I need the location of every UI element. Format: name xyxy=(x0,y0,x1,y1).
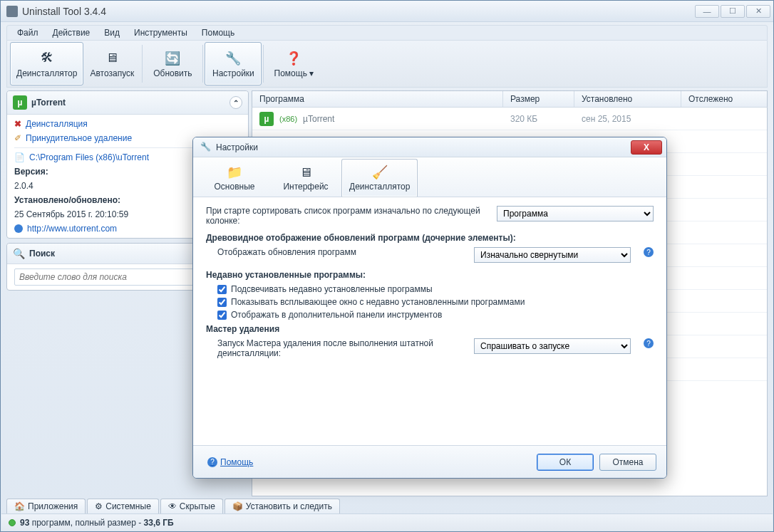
toolbar-autorun-label: Автозапуск xyxy=(90,68,134,78)
dialog-tabs: Основные Интерфейс Деинсталлятор xyxy=(193,157,666,197)
action-uninstall[interactable]: ✖ Деинсталляция xyxy=(14,119,241,129)
program-name: µTorrent xyxy=(303,114,334,124)
menu-help[interactable]: Помощь xyxy=(197,26,239,39)
program-installed: сен 25, 2015 xyxy=(574,114,681,124)
dialog-body: При старте сортировать список программ и… xyxy=(193,197,666,445)
tab-uninstaller[interactable]: Деинсталлятор xyxy=(341,159,418,197)
dialog-title: Настройки xyxy=(216,142,631,152)
menu-action[interactable]: Действие xyxy=(48,26,95,39)
wizard-select[interactable]: Спрашивать о запуске xyxy=(474,338,631,354)
menu-view[interactable]: Вид xyxy=(100,26,124,39)
toolbar-help[interactable]: Помощь ▾ xyxy=(265,42,322,85)
toolbar-settings-label: Настройки xyxy=(212,68,254,78)
cancel-button[interactable]: Отмена xyxy=(599,454,656,471)
close-button[interactable]: ✕ xyxy=(746,5,770,18)
toolbar-settings[interactable]: Настройки xyxy=(205,42,262,85)
program-size: 320 КБ xyxy=(503,114,574,124)
chk-extra-panel[interactable]: Отображать в дополнительной панели инстр… xyxy=(217,310,654,320)
selected-app-name: µTorrent xyxy=(31,98,66,108)
tree-section-title: Древовидное отображение обновлений прогр… xyxy=(206,233,654,243)
toolbar-separator xyxy=(263,45,264,83)
dialog-icon: 🔧 xyxy=(200,142,212,153)
chk-highlight[interactable]: Подсвечивать недавно установленные прогр… xyxy=(217,284,654,294)
help-icon xyxy=(284,50,304,67)
tree-select[interactable]: Изначально свернутыми xyxy=(474,247,631,263)
maximize-button[interactable]: ☐ xyxy=(721,5,745,18)
uninstaller-tab-icon xyxy=(372,165,388,180)
apps-icon: 🏠 xyxy=(14,501,25,511)
sort-select[interactable]: Программа xyxy=(497,206,654,221)
tab-general[interactable]: Основные xyxy=(199,159,270,197)
tab-general-label: Основные xyxy=(215,182,255,192)
install-path-label: C:\Program Files (x86)\uTorrent xyxy=(29,152,149,162)
toolbar-uninstaller-label: Деинсталлятор xyxy=(16,68,77,78)
interface-icon xyxy=(299,165,312,180)
installed-label: Установлено/обновлено: xyxy=(14,195,120,205)
general-icon xyxy=(227,165,242,180)
help-icon[interactable]: ? xyxy=(644,247,654,257)
version-label: Версия: xyxy=(14,167,48,177)
tab-interface-label: Интерфейс xyxy=(283,182,328,192)
help-link[interactable]: ? Помощь xyxy=(203,457,253,467)
status-led-icon xyxy=(9,519,16,526)
menu-file[interactable]: Файл xyxy=(13,26,43,39)
toolbar-refresh[interactable]: Обновить xyxy=(144,42,201,85)
minimize-button[interactable]: — xyxy=(695,5,719,18)
utorrent-icon: µ xyxy=(259,112,274,126)
chk-popup-box[interactable] xyxy=(217,298,227,307)
autorun-icon xyxy=(102,50,122,67)
recent-section-title: Недавно установленные программы: xyxy=(206,270,654,280)
uninstaller-icon xyxy=(37,50,57,67)
menu-tools[interactable]: Инструменты xyxy=(130,26,192,39)
toolbar-help-label: Помощь ▾ xyxy=(274,68,314,78)
toolbar-autorun[interactable]: Автозапуск xyxy=(83,42,140,85)
help-link-label: Помощь xyxy=(220,457,253,467)
tab-system[interactable]: ⚙Системные xyxy=(87,499,159,513)
tab-apps[interactable]: 🏠Приложения xyxy=(6,499,86,513)
status-text: 93 программ, полный размер - 33,6 ГБ xyxy=(20,518,174,528)
sort-label: При старте сортировать список программ и… xyxy=(206,206,488,226)
search-icon: 🔍 xyxy=(13,248,25,259)
tab-interface[interactable]: Интерфейс xyxy=(270,159,341,197)
wizard-label: Запуск Мастера удаления после выполнения… xyxy=(217,338,465,358)
statusbar: 93 программ, полный размер - 33,6 ГБ xyxy=(1,513,773,531)
wizard-section-title: Мастер удаления xyxy=(206,324,654,334)
action-force-label: Принудительное удаление xyxy=(26,133,132,143)
help-icon[interactable]: ? xyxy=(644,338,654,348)
collapse-button[interactable]: ⌃ xyxy=(229,96,242,109)
tab-install-trace[interactable]: 📦Установить и следить xyxy=(225,499,340,513)
globe-icon xyxy=(14,224,23,233)
col-program[interactable]: Программа xyxy=(252,91,503,107)
col-tracked[interactable]: Отслежено xyxy=(681,91,767,107)
chk-highlight-box[interactable] xyxy=(217,285,227,294)
toolbar-uninstaller[interactable]: Деинсталлятор xyxy=(10,42,83,85)
col-size[interactable]: Размер xyxy=(503,91,574,107)
tree-label: Отображать обновления программ xyxy=(217,247,465,257)
folder-icon: 📄 xyxy=(14,152,25,162)
app-icon xyxy=(6,6,18,17)
chk-extra-panel-label: Отображать в дополнительной панели инстр… xyxy=(231,310,442,320)
dialog-close-button[interactable]: X xyxy=(631,140,662,155)
toolbar: Деинсталлятор Автозапуск Обновить Настро… xyxy=(6,41,768,88)
website-label: http://www.utorrent.com xyxy=(27,224,117,234)
arch-prefix: (x86) xyxy=(279,115,297,123)
force-remove-icon: ✐ xyxy=(14,133,21,143)
toolbar-separator xyxy=(142,45,143,83)
table-row[interactable]: µ(x86)µTorrent320 КБсен 25, 2015 xyxy=(252,108,767,130)
trace-icon: 📦 xyxy=(232,501,243,511)
menubar: Файл Действие Вид Инструменты Помощь xyxy=(6,25,768,41)
toolbar-refresh-label: Обновить xyxy=(153,68,192,78)
ok-button[interactable]: ОК xyxy=(537,454,594,471)
tab-hidden[interactable]: 👁Скрытые xyxy=(160,499,223,513)
toolbar-separator xyxy=(202,45,203,83)
help-link-icon: ? xyxy=(207,457,217,467)
bottom-tabs: 🏠Приложения ⚙Системные 👁Скрытые 📦Установ… xyxy=(6,496,768,513)
action-uninstall-label: Деинсталляция xyxy=(26,119,88,129)
list-header: Программа Размер Установлено Отслежено xyxy=(252,90,768,108)
chk-popup[interactable]: Показывать всплывающее окно с недавно ус… xyxy=(217,297,654,307)
refresh-icon xyxy=(162,50,182,67)
chk-extra-panel-box[interactable] xyxy=(217,311,227,320)
col-installed[interactable]: Установлено xyxy=(574,91,681,107)
dialog-footer: ? Помощь ОК Отмена xyxy=(193,445,666,478)
chk-highlight-label: Подсвечивать недавно установленные прогр… xyxy=(231,284,433,294)
